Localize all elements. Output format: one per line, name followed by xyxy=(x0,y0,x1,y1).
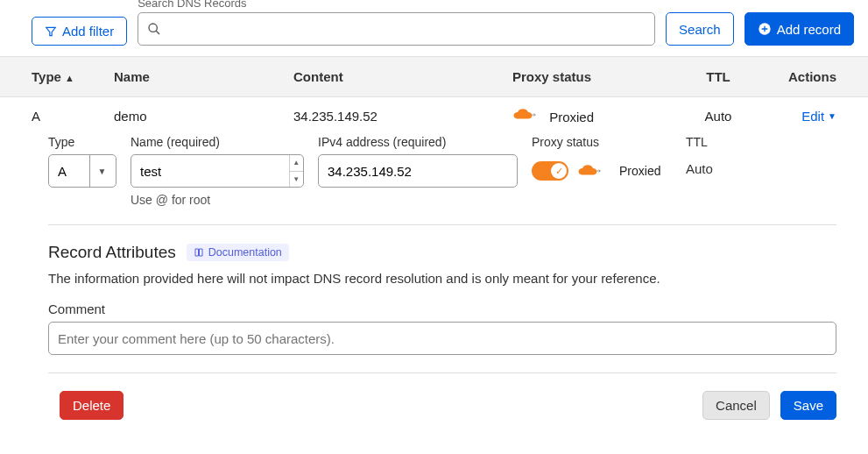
divider xyxy=(48,224,836,225)
svg-point-1 xyxy=(149,24,157,32)
svg-line-2 xyxy=(156,31,159,34)
table-row: A demo 34.235.149.52 Proxied Auto Edit ▼ xyxy=(0,97,868,135)
ipv4-input-wrap xyxy=(318,154,518,188)
proxy-value: Proxied xyxy=(619,164,660,178)
chevron-down-icon: ▼ xyxy=(89,155,114,187)
name-label: Name (required) xyxy=(131,135,304,149)
delete-button[interactable]: Delete xyxy=(60,391,123,420)
type-label: Type xyxy=(48,135,116,149)
search-input[interactable] xyxy=(161,21,646,38)
name-hint: Use @ for root xyxy=(131,193,304,207)
cancel-button[interactable]: Cancel xyxy=(702,391,770,420)
plus-circle-icon xyxy=(758,22,772,36)
attributes-title: Record Attributes xyxy=(48,243,176,262)
search-button-label: Search xyxy=(679,23,721,36)
add-record-button[interactable]: Add record xyxy=(745,12,854,46)
search-label: Search DNS Records xyxy=(138,0,655,7)
record-attributes: Record Attributes Documentation The info… xyxy=(0,243,868,373)
divider xyxy=(48,372,836,373)
proxy-toggle[interactable]: ✓ xyxy=(532,161,568,181)
book-icon xyxy=(194,247,204,258)
edit-panel: Type ▼ Name (required) ▲▼ Use @ for root… xyxy=(0,135,868,225)
ipv4-label: IPv4 address (required) xyxy=(318,135,518,149)
table-header: Type▲ Name Content Proxy status TTL Acti… xyxy=(0,56,868,97)
sort-asc-icon: ▲ xyxy=(65,73,74,83)
save-button[interactable]: Save xyxy=(780,391,836,420)
ttl-label: TTL xyxy=(686,135,747,149)
cell-name: demo xyxy=(114,109,293,124)
attributes-description: The information provided here will not i… xyxy=(48,271,836,286)
comment-input[interactable] xyxy=(49,323,836,354)
add-filter-label: Add filter xyxy=(62,25,114,38)
search-box[interactable] xyxy=(138,12,655,46)
chevron-down-icon: ▼ xyxy=(828,111,836,121)
search-icon xyxy=(147,22,161,36)
ttl-value: Auto xyxy=(686,154,747,176)
edit-link[interactable]: Edit ▼ xyxy=(801,109,836,124)
cell-proxy: Proxied xyxy=(512,108,679,124)
cell-content: 34.235.149.52 xyxy=(293,109,512,124)
cloud-proxy-icon xyxy=(512,108,539,122)
footer: Delete Cancel Save xyxy=(0,391,868,420)
filter-icon xyxy=(45,25,57,38)
stepper-icon[interactable]: ▲▼ xyxy=(289,155,303,187)
add-filter-button[interactable]: Add filter xyxy=(32,17,127,46)
proxy-label: Proxy status xyxy=(532,135,672,149)
check-icon: ✓ xyxy=(551,163,567,179)
comment-label: Comment xyxy=(48,301,836,316)
column-content[interactable]: Content xyxy=(293,69,512,84)
type-select[interactable]: ▼ xyxy=(48,154,116,188)
column-proxy[interactable]: Proxy status xyxy=(512,69,679,84)
search-button[interactable]: Search xyxy=(666,12,734,46)
documentation-link[interactable]: Documentation xyxy=(187,244,289,261)
ipv4-input[interactable] xyxy=(319,155,517,187)
cell-type: A xyxy=(0,109,114,124)
column-name[interactable]: Name xyxy=(114,69,293,84)
svg-marker-0 xyxy=(46,27,56,35)
name-input-wrap: ▲▼ xyxy=(131,154,304,188)
column-actions: Actions xyxy=(758,69,868,84)
column-ttl[interactable]: TTL xyxy=(679,69,758,84)
add-record-label: Add record xyxy=(777,23,841,36)
type-select-value xyxy=(49,155,89,187)
comment-input-wrap xyxy=(48,322,836,355)
cloud-proxy-icon xyxy=(577,164,603,178)
name-input[interactable] xyxy=(131,155,289,187)
cell-ttl: Auto xyxy=(679,109,758,124)
column-type[interactable]: Type▲ xyxy=(0,69,114,84)
